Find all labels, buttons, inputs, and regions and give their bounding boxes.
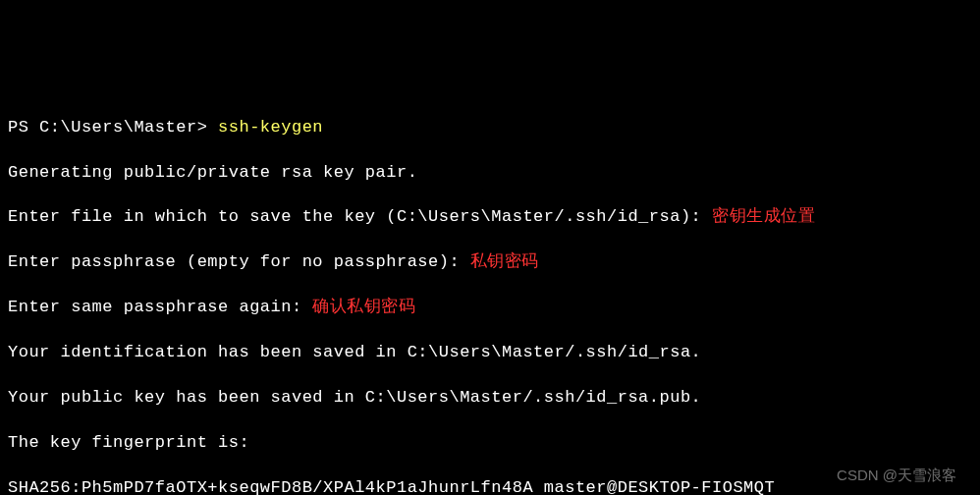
fingerprint-line: SHA256:Ph5mPD7faOTX+kseqwFD8B/XPAl4kP1aJ… bbox=[8, 477, 972, 495]
output-line: Your public key has been saved in C:\Use… bbox=[8, 387, 972, 410]
output-line: Enter file in which to save the key (C:\… bbox=[8, 206, 972, 229]
output-line: Enter passphrase (empty for no passphras… bbox=[8, 251, 972, 274]
output-line: The key fingerprint is: bbox=[8, 432, 972, 455]
output-line: Enter same passphrase again: 确认私钥密码 bbox=[8, 297, 972, 319]
output-line: Generating public/private rsa key pair. bbox=[8, 162, 972, 185]
watermark: CSDN @天雪浪客 bbox=[837, 466, 956, 485]
prompt-line: PS C:\Users\Master> ssh-keygen bbox=[8, 117, 972, 139]
output-line: Your identification has been saved in C:… bbox=[8, 342, 972, 364]
shell-prompt: PS C:\Users\Master> bbox=[8, 118, 218, 137]
annotation-passphrase: 私钥密码 bbox=[470, 252, 539, 271]
annotation-confirm: 确认私钥密码 bbox=[312, 298, 415, 316]
command-input[interactable]: ssh-keygen bbox=[218, 118, 323, 137]
annotation-keypath: 密钥生成位置 bbox=[712, 207, 815, 226]
terminal-output: PS C:\Users\Master> ssh-keygen Generatin… bbox=[8, 94, 972, 495]
